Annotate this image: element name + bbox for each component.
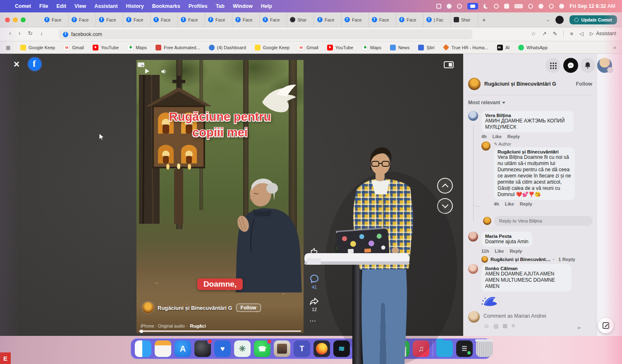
- menu-history[interactable]: History: [126, 3, 144, 9]
- video-progress-bar[interactable]: [139, 330, 301, 332]
- summarize-icon[interactable]: ≡: [570, 31, 573, 37]
- page-name[interactable]: Rugăciuni și Binecuvântări G: [158, 305, 232, 311]
- emoji-icon[interactable]: ☺: [483, 323, 489, 329]
- create-post-button[interactable]: [598, 318, 614, 333]
- browser-profile-avatar[interactable]: [555, 16, 564, 24]
- page-avatar[interactable]: [142, 302, 154, 314]
- bookmark-stiri[interactable]: Știri: [418, 45, 434, 50]
- camera-icon[interactable]: ◎: [493, 323, 498, 329]
- notifications-bell-icon[interactable]: [580, 58, 595, 73]
- page-name[interactable]: Rugăciuni și Binecuvântări G: [484, 81, 556, 87]
- bookmark-dashboard[interactable]: (4) Dashboard: [209, 45, 246, 50]
- browser-tab[interactable]: Face: [151, 12, 178, 27]
- apps-grid-icon[interactable]: [545, 58, 560, 73]
- browser-tab[interactable]: Face: [69, 12, 96, 27]
- page-avatar[interactable]: [468, 78, 481, 90]
- back-button[interactable]: ‹: [9, 30, 11, 36]
- control-center-icon[interactable]: [549, 4, 554, 9]
- menu-help[interactable]: Help: [261, 3, 272, 9]
- bookmark-gmail[interactable]: Gmail: [298, 45, 318, 50]
- battery-icon[interactable]: [514, 4, 523, 8]
- search-status-icon[interactable]: [538, 4, 543, 9]
- new-tab-button[interactable]: +: [482, 16, 486, 23]
- play-icon[interactable]: [145, 69, 149, 74]
- bookmark-free-automated[interactable]: Free Automated...: [156, 45, 200, 50]
- display-status-icon[interactable]: [504, 4, 509, 9]
- like-link[interactable]: Like: [505, 201, 514, 206]
- browser-tab[interactable]: Shar: [451, 12, 478, 27]
- follow-button[interactable]: Follow: [236, 304, 261, 312]
- zoom-window-button[interactable]: [21, 17, 26, 22]
- bookmark-star-icon[interactable]: ☆: [531, 31, 536, 37]
- address-bar[interactable]: facebook.com: [59, 29, 472, 39]
- menu-edit[interactable]: Edit: [56, 3, 66, 9]
- slash-status-icon[interactable]: [457, 4, 462, 9]
- downloads-button[interactable]: ↓: [40, 30, 43, 36]
- minimize-window-button[interactable]: [13, 17, 18, 22]
- menu-app-name[interactable]: Comet: [15, 3, 31, 9]
- tab-groups-icon[interactable]: ▦: [6, 45, 12, 50]
- page-avatar[interactable]: [481, 141, 490, 151]
- media-dock-icon[interactable]: [274, 340, 290, 357]
- comment-input[interactable]: Comment as Marian Andrei: [483, 313, 546, 319]
- commenter-name[interactable]: Maria Pesta: [485, 234, 529, 239]
- facebook-logo[interactable]: [28, 57, 41, 71]
- screen-record-icon[interactable]: [467, 3, 478, 10]
- follow-link[interactable]: Follow: [576, 81, 592, 87]
- focus-moon-icon[interactable]: [483, 4, 488, 9]
- reply-link[interactable]: Reply: [507, 134, 520, 139]
- menu-clock[interactable]: Fri Sep 12 8:32 AM: [569, 3, 615, 9]
- messenger-icon[interactable]: [563, 58, 578, 73]
- mini-player-icon[interactable]: [138, 62, 144, 67]
- close-window-button[interactable]: [5, 17, 10, 22]
- menu-file[interactable]: File: [39, 3, 48, 9]
- drive-status-icon[interactable]: [447, 4, 452, 9]
- gif-icon[interactable]: ⊞: [503, 323, 508, 329]
- reply-input[interactable]: Reply to Vera Bilțina: [494, 216, 593, 226]
- like-link[interactable]: Like: [495, 249, 504, 254]
- view-replies-row[interactable]: Rugăciuni și Binecuvânt… · 1 Reply: [481, 256, 575, 263]
- reply-link[interactable]: Reply: [510, 249, 522, 254]
- send-comment-icon[interactable]: ➢: [577, 324, 581, 331]
- grid-status-icon[interactable]: [436, 4, 441, 9]
- app-store-dock-icon[interactable]: [175, 340, 191, 357]
- heart-app-dock-icon[interactable]: [214, 340, 231, 357]
- bookmark-youtube[interactable]: YouTube: [327, 45, 353, 50]
- bookmark-maps[interactable]: Maps: [127, 45, 147, 50]
- reload-button[interactable]: ↻: [28, 30, 33, 36]
- browser-tab[interactable]: | Fac: [423, 12, 451, 27]
- menu-assistant[interactable]: Assistant: [94, 3, 117, 9]
- calendar-dock-icon[interactable]: [155, 340, 171, 357]
- browser-tab[interactable]: Face: [314, 12, 342, 27]
- bookmark-ai[interactable]: AI: [497, 45, 510, 50]
- browser-tab[interactable]: Face: [232, 12, 260, 27]
- theater-mode-icon[interactable]: [444, 61, 454, 68]
- browser-tab[interactable]: Face: [205, 12, 232, 27]
- bookmark-gmail[interactable]: Gmail: [64, 45, 84, 50]
- bookmark-true-hr[interactable]: True HR - Huma...: [443, 45, 488, 50]
- browser-tab[interactable]: Face: [396, 12, 423, 27]
- browser-tab[interactable]: Face: [178, 12, 205, 27]
- menu-tab[interactable]: Tab: [216, 3, 225, 9]
- forward-button[interactable]: ›: [19, 30, 21, 36]
- bookmark-youtube[interactable]: YouTube: [93, 45, 119, 50]
- dark-browser-dock-icon[interactable]: [194, 340, 211, 357]
- volume-icon[interactable]: [160, 68, 167, 77]
- reply-link[interactable]: Reply: [520, 201, 532, 206]
- menu-profiles[interactable]: Profiles: [189, 3, 208, 9]
- assistant-button[interactable]: ▷ Assistant: [590, 31, 616, 36]
- like-link[interactable]: Like: [493, 134, 502, 139]
- close-icon[interactable]: ✕: [13, 60, 20, 69]
- commenter-avatar[interactable]: [468, 232, 478, 242]
- chatgpt-dock-icon[interactable]: [234, 340, 251, 357]
- share-icon[interactable]: ↗: [542, 31, 547, 37]
- read-aloud-icon[interactable]: ◁: [579, 31, 584, 37]
- browser-tab[interactable]: Face: [96, 12, 123, 27]
- commenter-avatar[interactable]: [468, 264, 478, 274]
- finder-dock-icon[interactable]: [135, 340, 151, 357]
- bookmark-google-keep[interactable]: Google Keep: [255, 45, 289, 50]
- browser-tab[interactable]: Face: [369, 12, 396, 27]
- bookmark-google-keep[interactable]: Google Keep: [20, 45, 55, 50]
- bookmark-maps[interactable]: Maps: [362, 45, 381, 50]
- bookmark-whatsapp[interactable]: WhatsApp: [518, 45, 548, 50]
